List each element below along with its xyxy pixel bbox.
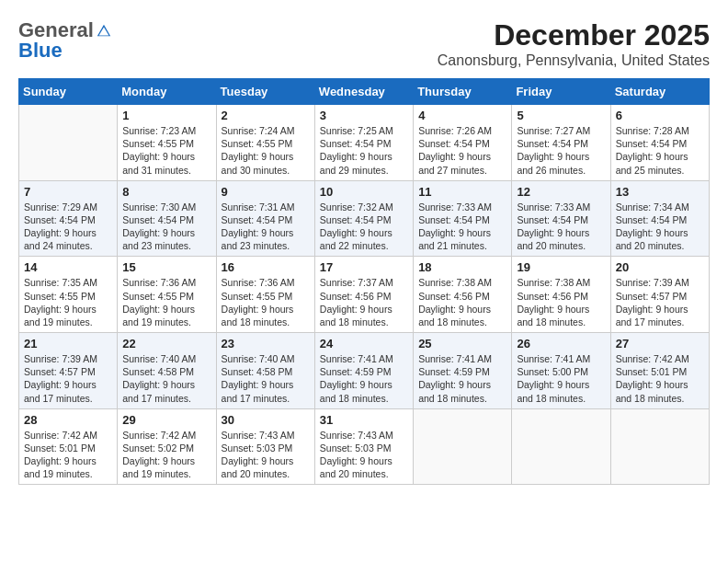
day-number: 18 — [418, 260, 506, 274]
day-number: 22 — [122, 337, 210, 350]
day-info: Sunrise: 7:38 AM Sunset: 4:56 PM Dayligh… — [418, 276, 506, 328]
day-info: Sunrise: 7:40 AM Sunset: 4:58 PM Dayligh… — [222, 352, 310, 405]
calendar-cell: 3Sunrise: 7:25 AM Sunset: 4:54 PM Daylig… — [314, 105, 413, 181]
day-info: Sunrise: 7:42 AM Sunset: 5:01 PM Dayligh… — [24, 429, 112, 481]
day-header-tuesday: Tuesday — [216, 79, 314, 105]
day-info: Sunrise: 7:33 AM Sunset: 4:54 PM Dayligh… — [418, 201, 506, 253]
day-number: 27 — [616, 337, 704, 350]
day-number: 26 — [517, 337, 605, 350]
day-info: Sunrise: 7:41 AM Sunset: 4:59 PM Dayligh… — [418, 352, 506, 405]
calendar-cell: 6Sunrise: 7:28 AM Sunset: 4:54 PM Daylig… — [610, 105, 709, 181]
day-number: 17 — [320, 260, 408, 274]
day-number: 16 — [222, 260, 310, 274]
calendar-cell: 11Sunrise: 7:33 AM Sunset: 4:54 PM Dayli… — [414, 180, 512, 257]
day-info: Sunrise: 7:36 AM Sunset: 4:55 PM Dayligh… — [222, 276, 310, 328]
day-info: Sunrise: 7:24 AM Sunset: 4:55 PM Dayligh… — [222, 124, 310, 177]
day-number: 13 — [616, 185, 704, 199]
day-number: 14 — [24, 260, 112, 274]
day-number: 21 — [24, 337, 112, 350]
logo-blue: Blue — [18, 39, 63, 63]
day-number: 9 — [222, 185, 310, 199]
page-title: December 2025 — [438, 18, 710, 52]
calendar-header-row: SundayMondayTuesdayWednesdayThursdayFrid… — [19, 79, 710, 105]
day-info: Sunrise: 7:35 AM Sunset: 4:55 PM Dayligh… — [24, 276, 112, 328]
day-info: Sunrise: 7:41 AM Sunset: 4:59 PM Dayligh… — [320, 352, 408, 405]
day-number: 2 — [222, 109, 310, 122]
day-number: 31 — [320, 413, 408, 427]
calendar-cell: 26Sunrise: 7:41 AM Sunset: 5:00 PM Dayli… — [512, 333, 610, 409]
logo-icon — [96, 22, 112, 39]
calendar-cell: 21Sunrise: 7:39 AM Sunset: 4:57 PM Dayli… — [19, 333, 118, 409]
day-info: Sunrise: 7:31 AM Sunset: 4:54 PM Dayligh… — [222, 201, 310, 253]
calendar-cell: 30Sunrise: 7:43 AM Sunset: 5:03 PM Dayli… — [216, 408, 314, 485]
calendar-cell: 13Sunrise: 7:34 AM Sunset: 4:54 PM Dayli… — [610, 180, 709, 257]
calendar-week-row: 14Sunrise: 7:35 AM Sunset: 4:55 PM Dayli… — [19, 257, 710, 333]
calendar-cell: 18Sunrise: 7:38 AM Sunset: 4:56 PM Dayli… — [414, 257, 512, 333]
calendar-cell: 2Sunrise: 7:24 AM Sunset: 4:55 PM Daylig… — [216, 105, 314, 181]
calendar-cell — [19, 105, 118, 181]
calendar-cell: 22Sunrise: 7:40 AM Sunset: 4:58 PM Dayli… — [118, 333, 216, 409]
calendar-cell: 24Sunrise: 7:41 AM Sunset: 4:59 PM Dayli… — [314, 333, 413, 409]
day-number: 4 — [418, 109, 506, 122]
day-info: Sunrise: 7:42 AM Sunset: 5:01 PM Dayligh… — [616, 352, 704, 405]
calendar-cell: 5Sunrise: 7:27 AM Sunset: 4:54 PM Daylig… — [512, 105, 610, 181]
calendar-cell: 9Sunrise: 7:31 AM Sunset: 4:54 PM Daylig… — [216, 180, 314, 257]
calendar-week-row: 28Sunrise: 7:42 AM Sunset: 5:01 PM Dayli… — [19, 408, 710, 485]
day-number: 20 — [616, 260, 704, 274]
calendar-cell: 25Sunrise: 7:41 AM Sunset: 4:59 PM Dayli… — [414, 333, 512, 409]
calendar-cell: 7Sunrise: 7:29 AM Sunset: 4:54 PM Daylig… — [19, 180, 118, 257]
calendar-cell: 14Sunrise: 7:35 AM Sunset: 4:55 PM Dayli… — [19, 257, 118, 333]
day-header-thursday: Thursday — [414, 79, 512, 105]
day-number: 3 — [320, 109, 408, 122]
day-number: 19 — [517, 260, 605, 274]
day-info: Sunrise: 7:29 AM Sunset: 4:54 PM Dayligh… — [24, 201, 112, 253]
day-info: Sunrise: 7:43 AM Sunset: 5:03 PM Dayligh… — [320, 429, 408, 481]
day-number: 8 — [122, 185, 210, 199]
page-subtitle: Canonsburg, Pennsylvania, United States — [438, 52, 710, 69]
day-number: 23 — [222, 337, 310, 350]
day-header-wednesday: Wednesday — [314, 79, 413, 105]
calendar-cell: 23Sunrise: 7:40 AM Sunset: 4:58 PM Dayli… — [216, 333, 314, 409]
day-number: 12 — [517, 185, 605, 199]
day-info: Sunrise: 7:36 AM Sunset: 4:55 PM Dayligh… — [122, 276, 210, 328]
day-info: Sunrise: 7:42 AM Sunset: 5:02 PM Dayligh… — [122, 429, 210, 481]
calendar-cell: 15Sunrise: 7:36 AM Sunset: 4:55 PM Dayli… — [118, 257, 216, 333]
day-info: Sunrise: 7:39 AM Sunset: 4:57 PM Dayligh… — [24, 352, 112, 405]
day-info: Sunrise: 7:40 AM Sunset: 4:58 PM Dayligh… — [122, 352, 210, 405]
day-header-sunday: Sunday — [19, 79, 118, 105]
calendar-cell: 1Sunrise: 7:23 AM Sunset: 4:55 PM Daylig… — [118, 105, 216, 181]
calendar-cell — [414, 408, 512, 485]
calendar-cell: 27Sunrise: 7:42 AM Sunset: 5:01 PM Dayli… — [610, 333, 709, 409]
calendar-cell: 17Sunrise: 7:37 AM Sunset: 4:56 PM Dayli… — [314, 257, 413, 333]
calendar-cell: 20Sunrise: 7:39 AM Sunset: 4:57 PM Dayli… — [610, 257, 709, 333]
page-header: General Blue December 2025 Canonsburg, P… — [18, 18, 710, 69]
calendar-cell: 4Sunrise: 7:26 AM Sunset: 4:54 PM Daylig… — [414, 105, 512, 181]
day-info: Sunrise: 7:30 AM Sunset: 4:54 PM Dayligh… — [122, 201, 210, 253]
day-info: Sunrise: 7:32 AM Sunset: 4:54 PM Dayligh… — [320, 201, 408, 253]
logo: General Blue — [18, 18, 112, 63]
day-number: 10 — [320, 185, 408, 199]
calendar-week-row: 7Sunrise: 7:29 AM Sunset: 4:54 PM Daylig… — [19, 180, 710, 257]
day-info: Sunrise: 7:25 AM Sunset: 4:54 PM Dayligh… — [320, 124, 408, 177]
calendar-cell: 29Sunrise: 7:42 AM Sunset: 5:02 PM Dayli… — [118, 408, 216, 485]
title-block: December 2025 Canonsburg, Pennsylvania, … — [438, 18, 710, 69]
day-info: Sunrise: 7:33 AM Sunset: 4:54 PM Dayligh… — [517, 201, 605, 253]
calendar-cell — [512, 408, 610, 485]
calendar-week-row: 21Sunrise: 7:39 AM Sunset: 4:57 PM Dayli… — [19, 333, 710, 409]
calendar-cell: 16Sunrise: 7:36 AM Sunset: 4:55 PM Dayli… — [216, 257, 314, 333]
day-number: 28 — [24, 413, 112, 427]
day-number: 7 — [24, 185, 112, 199]
calendar-cell: 19Sunrise: 7:38 AM Sunset: 4:56 PM Dayli… — [512, 257, 610, 333]
day-info: Sunrise: 7:27 AM Sunset: 4:54 PM Dayligh… — [517, 124, 605, 177]
day-number: 5 — [517, 109, 605, 122]
calendar-table: SundayMondayTuesdayWednesdayThursdayFrid… — [18, 78, 710, 485]
day-header-saturday: Saturday — [610, 79, 709, 105]
calendar-cell: 12Sunrise: 7:33 AM Sunset: 4:54 PM Dayli… — [512, 180, 610, 257]
day-info: Sunrise: 7:43 AM Sunset: 5:03 PM Dayligh… — [222, 429, 310, 481]
day-header-monday: Monday — [118, 79, 216, 105]
day-number: 24 — [320, 337, 408, 350]
day-info: Sunrise: 7:26 AM Sunset: 4:54 PM Dayligh… — [418, 124, 506, 177]
calendar-cell: 8Sunrise: 7:30 AM Sunset: 4:54 PM Daylig… — [118, 180, 216, 257]
calendar-cell: 28Sunrise: 7:42 AM Sunset: 5:01 PM Dayli… — [19, 408, 118, 485]
calendar-cell: 10Sunrise: 7:32 AM Sunset: 4:54 PM Dayli… — [314, 180, 413, 257]
